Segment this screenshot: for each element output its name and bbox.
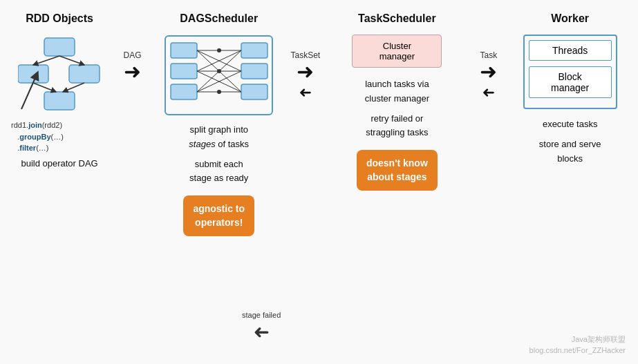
- svg-rect-0: [44, 38, 75, 56]
- worker-outer-box: Threads Block manager: [523, 35, 617, 109]
- task-launch-text: launch tasks viacluster manager: [365, 79, 429, 104]
- dag-desc: split graph intostages of tasks: [189, 123, 249, 152]
- rdd-code-line3: .filter(…): [11, 144, 48, 152]
- threads-box: Threads: [529, 40, 612, 61]
- task-badge-container: doesn't know about stages: [357, 150, 438, 191]
- svg-point-26: [217, 69, 221, 73]
- col-worker: Worker Threads Block manager execute tas…: [509, 12, 631, 166]
- svg-point-27: [217, 90, 221, 94]
- stage-failed-label: stage failed: [242, 310, 281, 320]
- arrow-rdd-to-dag: DAG ➜: [112, 12, 153, 82]
- dag-desc2: submit eachstage as ready: [189, 157, 248, 186]
- svg-rect-2: [69, 65, 100, 83]
- dag-badge: agnostic to operators!: [183, 195, 254, 236]
- rdd-diagram: [18, 35, 101, 114]
- svg-rect-13: [241, 43, 268, 58]
- col-rdd: RDD Objects: [7, 12, 112, 169]
- arrow-dag-to-task: TaskSet ➜ ➜: [285, 12, 326, 100]
- dag-arrow-icon: ➜: [124, 61, 141, 82]
- cluster-manager-box: Cluster manager: [352, 35, 442, 68]
- block-manager-box: Block manager: [529, 66, 612, 98]
- dag-diagram: [164, 35, 274, 116]
- taskset-arrow-back-icon: ➜: [299, 85, 312, 100]
- worker-desc1: execute tasks: [543, 117, 598, 132]
- dag-badge-container: agnostic to operators!: [183, 195, 254, 236]
- rdd-title: RDD Objects: [26, 12, 93, 25]
- arrow-task-to-worker: Task ➜ ➜: [468, 12, 509, 100]
- svg-rect-12: [171, 84, 197, 99]
- task-retry-text: retry failed orstraggling tasks: [366, 113, 428, 138]
- rdd-code-line2: .groupBy(…): [11, 133, 64, 141]
- taskset-arrow-label: TaskSet: [291, 50, 321, 60]
- cluster-line2: manager: [379, 51, 415, 61]
- watermark1: Java架构师联盟: [572, 334, 626, 345]
- svg-line-6: [33, 83, 56, 92]
- rdd-code: rdd1.join(rdd2) .groupBy(…) .filter(…): [11, 119, 108, 154]
- rdd-build-text: build operator DAG: [21, 158, 97, 169]
- svg-rect-15: [241, 84, 268, 99]
- col-dag: DAGScheduler: [153, 12, 285, 236]
- dag-arrow-label: DAG: [124, 50, 142, 60]
- stage-failed-area: stage failed ➜: [242, 310, 281, 343]
- dag-title: DAGScheduler: [180, 12, 258, 25]
- svg-line-7: [63, 83, 84, 92]
- rdd-code-line1: rdd1.join(rdd2): [11, 121, 62, 129]
- worker-store-text: store and serveblocks: [539, 139, 601, 164]
- task-desc1: launch tasks viacluster manager: [365, 77, 429, 106]
- diagram-container: RDD Objects: [0, 0, 638, 364]
- task-arrow-label: Task: [480, 50, 498, 60]
- task-badge: doesn't know about stages: [357, 150, 438, 191]
- svg-rect-3: [44, 92, 75, 110]
- task-arrow-icon: ➜: [480, 61, 497, 82]
- svg-rect-1: [18, 65, 48, 83]
- watermark2: blog.csdn.net/For_ZZHacker: [529, 346, 626, 354]
- dag-desc-split: split graph intostages of tasks: [189, 124, 249, 149]
- col-taskscheduler: TaskScheduler Cluster manager launch tas…: [326, 12, 468, 191]
- taskset-arrow-icon: ➜: [297, 61, 314, 82]
- svg-line-5: [59, 56, 84, 65]
- svg-point-25: [217, 48, 221, 52]
- svg-line-4: [33, 56, 59, 65]
- worker-desc2: store and serveblocks: [539, 137, 601, 166]
- task-title: TaskScheduler: [358, 12, 436, 25]
- stage-failed-arrow: ➜: [254, 320, 270, 343]
- svg-rect-14: [241, 64, 268, 79]
- svg-rect-10: [171, 43, 197, 58]
- cluster-line1: Cluster: [383, 41, 411, 51]
- worker-title: Worker: [551, 12, 589, 25]
- task-desc2: retry failed orstraggling tasks: [366, 112, 428, 141]
- task-arrow-back-icon: ➜: [482, 85, 495, 100]
- dag-desc-submit: submit eachstage as ready: [189, 159, 248, 184]
- svg-rect-11: [171, 64, 197, 79]
